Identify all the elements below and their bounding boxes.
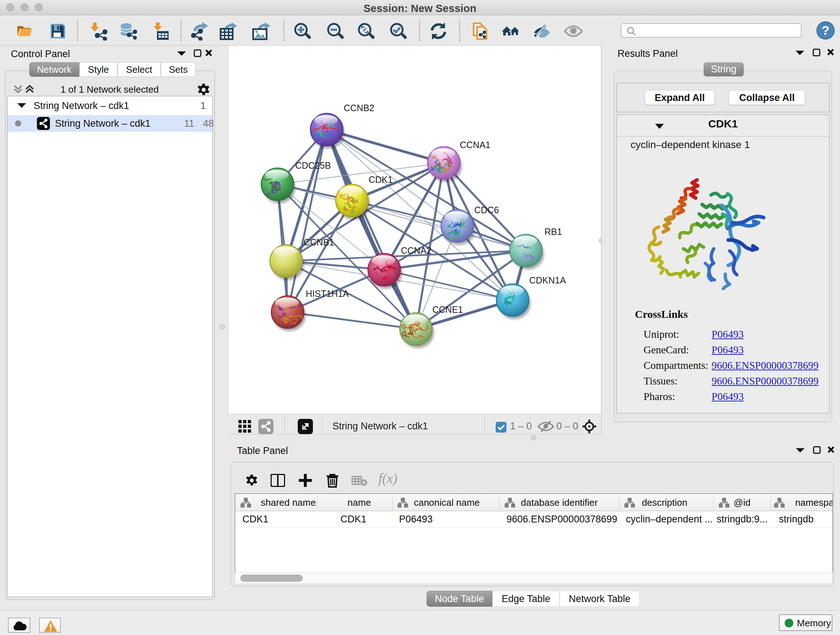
svg-text:CDC25B: CDC25B (295, 160, 331, 171)
svg-text:CCNB1: CCNB1 (303, 237, 334, 247)
svg-text:CDC6: CDC6 (474, 205, 499, 215)
svg-text:CCNE1: CCNE1 (432, 304, 463, 315)
svg-text:HIST1H1A: HIST1H1A (306, 288, 349, 299)
svg-text:CDK1: CDK1 (369, 174, 393, 185)
svg-text:CCNB2: CCNB2 (344, 103, 374, 113)
svg-text:?: ? (821, 23, 829, 37)
svg-text:CCNA1: CCNA1 (460, 140, 491, 150)
svg-text:CDKN1A: CDKN1A (529, 275, 566, 285)
svg-text:CCNA2: CCNA2 (401, 245, 431, 256)
svg-text:RB1: RB1 (545, 226, 562, 237)
